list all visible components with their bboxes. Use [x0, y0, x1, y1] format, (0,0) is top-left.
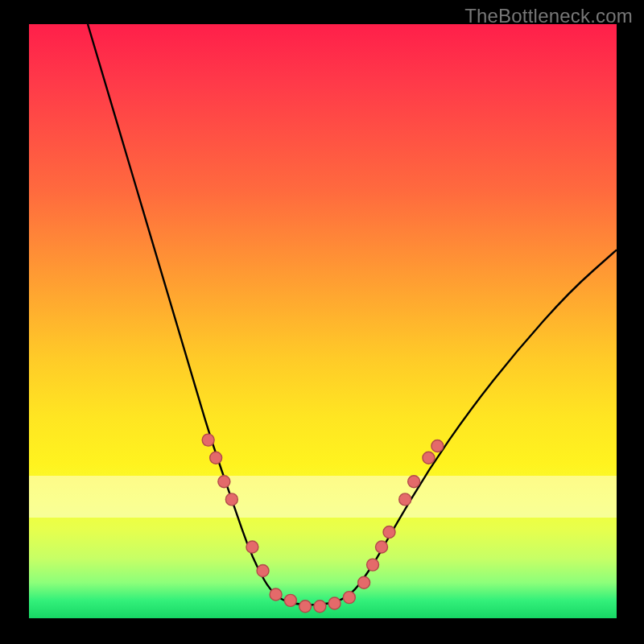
- data-dots-group: [202, 434, 444, 613]
- data-dot: [270, 588, 282, 601]
- data-dot: [408, 476, 420, 488]
- data-dot: [314, 601, 326, 613]
- data-dot: [423, 452, 435, 464]
- data-dot: [328, 597, 341, 609]
- curve-layer: [29, 24, 617, 618]
- data-dot: [399, 493, 411, 506]
- data-dot: [246, 541, 258, 553]
- data-dot: [299, 601, 312, 613]
- data-dot: [284, 594, 296, 606]
- data-dot: [376, 541, 388, 553]
- chart-frame: TheBottleneck.com: [0, 0, 644, 644]
- plot-area: [29, 24, 617, 618]
- bottleneck-curve: [88, 24, 617, 605]
- data-dot: [257, 564, 269, 576]
- data-dot: [210, 452, 222, 464]
- data-dot: [367, 559, 379, 571]
- data-dot: [358, 576, 370, 588]
- data-dot: [202, 434, 214, 446]
- data-dot: [383, 526, 395, 538]
- data-dot: [218, 476, 230, 488]
- data-dot: [225, 493, 237, 506]
- data-dot: [431, 440, 444, 452]
- data-dot: [343, 592, 355, 604]
